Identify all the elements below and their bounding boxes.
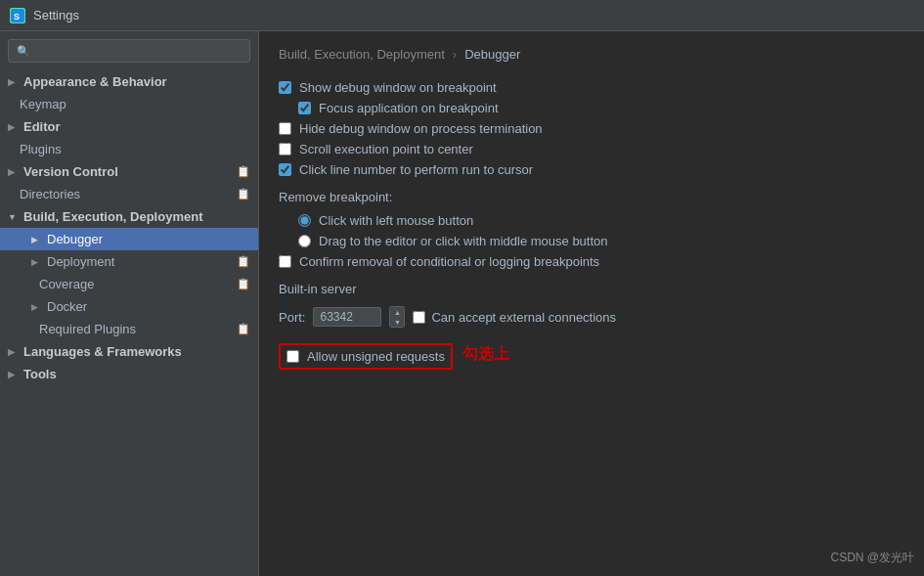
sidebar-item-build[interactable]: ▼ Build, Execution, Deployment bbox=[0, 205, 258, 228]
arrow-icon: ▶ bbox=[8, 347, 20, 357]
app-icon: S bbox=[10, 8, 25, 23]
click-left-radio[interactable] bbox=[298, 214, 311, 227]
show-debug-window-row: Show debug window on breakpoint bbox=[279, 77, 904, 98]
click-line-number-text: Click line number to perform run to curs… bbox=[299, 162, 533, 177]
sidebar-item-appearance[interactable]: ▶ Appearance & Behavior bbox=[0, 70, 258, 93]
copy-icon: 📋 bbox=[237, 188, 250, 200]
sidebar-item-deployment[interactable]: ▶ Deployment 📋 bbox=[0, 250, 258, 273]
click-left-row: Click with left mouse button bbox=[279, 210, 904, 231]
confirm-removal-text: Confirm removal of conditional or loggin… bbox=[299, 254, 599, 269]
sidebar-item-label: Appearance & Behavior bbox=[23, 74, 250, 89]
arrow-icon: ▶ bbox=[31, 235, 43, 244]
hide-debug-window-text: Hide debug window on process termination bbox=[299, 121, 543, 136]
drag-editor-radio[interactable] bbox=[298, 235, 311, 247]
click-left-label[interactable]: Click with left mouse button bbox=[298, 213, 473, 228]
scroll-execution-text: Scroll execution point to center bbox=[299, 142, 473, 156]
sidebar-item-keymap[interactable]: Keymap bbox=[0, 93, 258, 115]
sidebar: 🔍 ▶ Appearance & Behavior Keymap ▶ Edito… bbox=[0, 31, 259, 576]
click-line-number-row: Click line number to perform run to curs… bbox=[279, 159, 904, 180]
focus-application-text: Focus application on breakpoint bbox=[319, 101, 499, 115]
sidebar-item-label: Docker bbox=[47, 299, 250, 314]
sidebar-item-label: Tools bbox=[23, 367, 250, 381]
sidebar-item-plugins[interactable]: Plugins bbox=[0, 138, 258, 160]
remove-breakpoint-section: Remove breakpoint: Click with left mouse… bbox=[279, 190, 904, 272]
hide-debug-window-checkbox[interactable] bbox=[279, 122, 291, 135]
sidebar-item-label: Keymap bbox=[20, 97, 250, 111]
search-box[interactable]: 🔍 bbox=[8, 39, 250, 63]
port-row: Port: ▲ ▼ Can accept external connection… bbox=[279, 302, 904, 332]
hide-debug-window-label[interactable]: Hide debug window on process termination bbox=[279, 121, 543, 136]
breadcrumb-separator: › bbox=[453, 47, 457, 62]
confirm-removal-row: Confirm removal of conditional or loggin… bbox=[279, 251, 904, 272]
sidebar-nav: ▶ Appearance & Behavior Keymap ▶ Editor … bbox=[0, 70, 258, 576]
focus-application-label[interactable]: Focus application on breakpoint bbox=[298, 101, 499, 115]
arrow-icon: ▶ bbox=[8, 77, 20, 87]
breadcrumb: Build, Execution, Deployment › Debugger bbox=[279, 47, 904, 62]
arrow-icon: ▶ bbox=[8, 122, 20, 132]
search-input[interactable] bbox=[36, 44, 242, 58]
drag-editor-row: Drag to the editor or click with middle … bbox=[279, 231, 904, 251]
sidebar-item-label: Required Plugins bbox=[39, 322, 233, 336]
arrow-icon: ▶ bbox=[8, 167, 20, 177]
confirm-removal-label[interactable]: Confirm removal of conditional or loggin… bbox=[279, 254, 599, 269]
sidebar-item-label: Debugger bbox=[47, 232, 250, 246]
builtin-server-section: Built-in server Port: ▲ ▼ Can accept ext… bbox=[279, 282, 904, 332]
allow-unsigned-text: Allow unsigned requests bbox=[307, 349, 445, 364]
port-label: Port: bbox=[279, 310, 305, 325]
sidebar-item-label: Version Control bbox=[23, 164, 233, 179]
port-input[interactable] bbox=[313, 307, 381, 327]
allow-unsigned-container: Allow unsigned requests 勾选上 bbox=[279, 339, 904, 370]
content-panel: Build, Execution, Deployment › Debugger … bbox=[259, 31, 924, 576]
sidebar-item-docker[interactable]: ▶ Docker bbox=[0, 295, 258, 318]
allow-unsigned-label[interactable]: Allow unsigned requests bbox=[286, 349, 445, 364]
sidebar-item-debugger[interactable]: ▶ Debugger bbox=[0, 228, 258, 250]
sidebar-item-languages[interactable]: ▶ Languages & Frameworks bbox=[0, 340, 258, 363]
click-line-number-checkbox[interactable] bbox=[279, 163, 291, 176]
watermark: CSDN @发光叶 bbox=[830, 550, 914, 566]
sidebar-item-editor[interactable]: ▶ Editor bbox=[0, 115, 258, 138]
scroll-execution-label[interactable]: Scroll execution point to center bbox=[279, 142, 473, 156]
show-debug-window-text: Show debug window on breakpoint bbox=[299, 80, 497, 95]
general-settings: Show debug window on breakpoint Focus ap… bbox=[279, 77, 904, 180]
sidebar-item-label: Languages & Frameworks bbox=[23, 344, 250, 359]
port-spinner[interactable]: ▲ ▼ bbox=[389, 306, 405, 328]
can-accept-text: Can accept external connections bbox=[431, 310, 616, 325]
hide-debug-window-row: Hide debug window on process termination bbox=[279, 118, 904, 139]
allow-unsigned-checkbox[interactable] bbox=[286, 350, 299, 363]
sidebar-item-required-plugins[interactable]: Required Plugins 📋 bbox=[0, 318, 258, 340]
main-content: 🔍 ▶ Appearance & Behavior Keymap ▶ Edito… bbox=[0, 31, 924, 576]
arrow-icon: ▶ bbox=[31, 302, 43, 312]
drag-editor-text: Drag to the editor or click with middle … bbox=[319, 234, 608, 248]
focus-application-checkbox[interactable] bbox=[298, 102, 311, 114]
arrow-icon: ▶ bbox=[31, 257, 43, 267]
sidebar-item-version-control[interactable]: ▶ Version Control 📋 bbox=[0, 160, 258, 183]
sidebar-item-label: Directories bbox=[20, 187, 233, 201]
breadcrumb-current: Debugger bbox=[464, 47, 520, 62]
click-line-number-label[interactable]: Click line number to perform run to curs… bbox=[279, 162, 533, 177]
can-accept-checkbox[interactable] bbox=[413, 311, 425, 324]
show-debug-window-label[interactable]: Show debug window on breakpoint bbox=[279, 80, 497, 95]
can-accept-label[interactable]: Can accept external connections bbox=[413, 310, 616, 325]
scroll-execution-row: Scroll execution point to center bbox=[279, 139, 904, 159]
scroll-execution-checkbox[interactable] bbox=[279, 143, 291, 155]
allow-unsigned-box: Allow unsigned requests bbox=[279, 343, 453, 370]
spinner-up-button[interactable]: ▲ bbox=[390, 307, 404, 317]
copy-icon: 📋 bbox=[237, 323, 250, 335]
breadcrumb-parent: Build, Execution, Deployment bbox=[279, 47, 445, 62]
click-left-text: Click with left mouse button bbox=[319, 213, 473, 228]
confirm-removal-checkbox[interactable] bbox=[279, 255, 291, 268]
arrow-icon: ▶ bbox=[8, 370, 20, 379]
copy-icon: 📋 bbox=[237, 165, 250, 178]
copy-icon: 📋 bbox=[237, 255, 250, 268]
focus-application-row: Focus application on breakpoint bbox=[279, 98, 904, 118]
search-icon: 🔍 bbox=[17, 45, 30, 58]
spinner-down-button[interactable]: ▼ bbox=[390, 317, 404, 327]
sidebar-item-directories[interactable]: Directories 📋 bbox=[0, 183, 258, 205]
sidebar-item-coverage[interactable]: Coverage 📋 bbox=[0, 273, 258, 295]
sidebar-item-label: Build, Execution, Deployment bbox=[23, 209, 250, 224]
sidebar-item-tools[interactable]: ▶ Tools bbox=[0, 363, 258, 385]
window-title: Settings bbox=[33, 8, 79, 22]
titlebar: S Settings bbox=[0, 0, 924, 31]
drag-editor-label[interactable]: Drag to the editor or click with middle … bbox=[298, 234, 608, 248]
show-debug-window-checkbox[interactable] bbox=[279, 81, 291, 94]
